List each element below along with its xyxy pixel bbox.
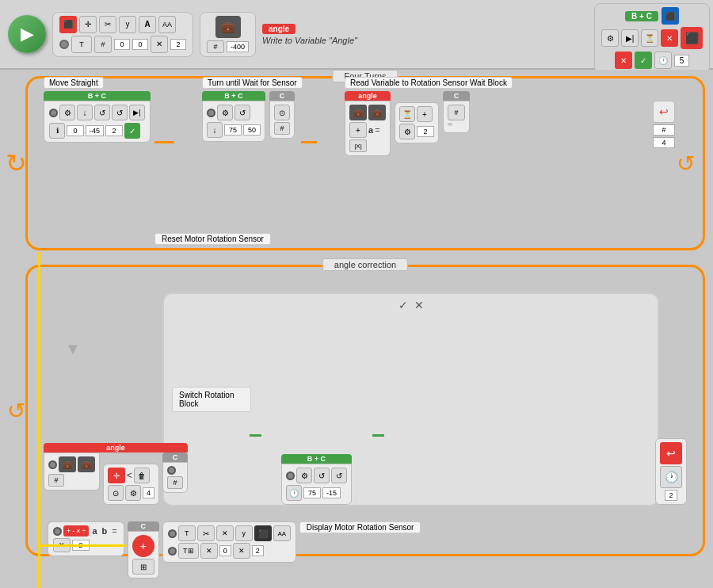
scissors-icon[interactable]: ✂ xyxy=(99,16,116,33)
right-hourglass-icon[interactable]: ⏳ xyxy=(641,29,658,47)
angle-write-group: angle Write to Variable "Angle" xyxy=(262,24,357,45)
plus-icon[interactable]: + xyxy=(349,122,367,138)
a-label-2: a xyxy=(92,526,97,536)
scroll-down-arrow[interactable]: ▼ xyxy=(65,340,81,358)
plus-icon-3[interactable]: + xyxy=(67,527,71,535)
right-wheel-icon[interactable]: ⚙ xyxy=(601,29,619,47)
play-button[interactable]: ▶ xyxy=(8,15,46,53)
right-return-icon[interactable]: ↩ xyxy=(653,101,675,123)
play-icon-2[interactable]: ▶| xyxy=(129,105,145,120)
right-hash-val: # xyxy=(653,124,675,136)
stop-icon[interactable]: ⬛ xyxy=(59,16,77,33)
angle-loop-arrow-left: ↺ xyxy=(7,398,25,424)
right-x-icon[interactable]: ✕ xyxy=(661,29,678,47)
grid-icon[interactable]: # xyxy=(94,36,112,53)
clock-icon-3[interactable]: 🕐 xyxy=(660,466,682,488)
rotate-icon-5[interactable]: ↺ xyxy=(331,468,347,483)
red-stop-btn[interactable]: ⬛ xyxy=(681,27,703,49)
move-straight-tooltip: Move Straight xyxy=(44,77,104,89)
suitcase-icon-4[interactable]: 💼 xyxy=(59,456,76,472)
hash-icon-4[interactable]: # xyxy=(48,474,64,487)
hourglass-icon[interactable]: ⏳ xyxy=(399,106,415,122)
corr-c-body: # xyxy=(162,462,188,493)
return-icon-2[interactable]: ↩ xyxy=(660,442,682,464)
main-canvas: Four Turns ↻ Move Straight B + C ⚙ ↓ ↺ ↺… xyxy=(0,70,713,588)
suitcase-icon-3[interactable]: 💼 xyxy=(368,105,386,120)
read-angle-header: angle xyxy=(345,91,391,101)
x-btn-5[interactable]: ✕ xyxy=(200,543,218,559)
check-icon-1[interactable]: ✓ xyxy=(124,123,140,139)
right-x-btn2[interactable]: ✕ xyxy=(615,52,632,69)
minus-icon[interactable]: - xyxy=(72,527,74,535)
rotation-icon[interactable]: ⊙ xyxy=(108,485,124,501)
hash-icon-3[interactable]: # xyxy=(448,105,465,120)
sensor-icon-1[interactable]: ⊙ xyxy=(274,105,290,120)
cursor-icon[interactable]: ✛ xyxy=(79,16,97,33)
switch-rotation-label: Switch Rotation Block xyxy=(172,387,251,412)
val-2c: 2 xyxy=(665,490,677,501)
turn-bc-header: B + C xyxy=(202,91,265,101)
switch-tick[interactable]: ✓ xyxy=(398,299,408,311)
value-0-left: 0 xyxy=(114,39,130,50)
scissors-icon-2[interactable]: ✂ xyxy=(197,525,215,541)
move-info-icon[interactable]: ℹ xyxy=(49,123,65,139)
right-play-icon[interactable]: ▶| xyxy=(621,29,639,47)
div-icon[interactable]: ÷ xyxy=(82,527,86,535)
text-icon-2[interactable]: T xyxy=(178,525,196,541)
grid-icon-2[interactable]: ⊞ xyxy=(132,559,154,575)
left-toolbar-block: ⬛ ✛ ✂ y A AA T # 0 0 ✕ 2 xyxy=(52,12,193,57)
switch-cross[interactable]: ✕ xyxy=(414,299,424,311)
text-icon[interactable]: A xyxy=(139,16,156,33)
aa-icon[interactable]: AA xyxy=(158,16,176,33)
x-btn-4[interactable]: ✕ xyxy=(216,525,234,541)
right-check-btn[interactable]: ✓ xyxy=(635,52,652,69)
hash-icon-5[interactable]: # xyxy=(167,476,183,489)
yellow-wire-bottom xyxy=(38,544,125,547)
plus-circle-icon-2[interactable]: + xyxy=(132,535,154,557)
x-btn-2[interactable]: ✕ xyxy=(151,36,168,53)
aa-icon-2[interactable]: AA xyxy=(273,525,291,541)
t-grid-icon[interactable]: T⊞ xyxy=(178,543,199,559)
t-block-icon[interactable]: T xyxy=(71,36,92,53)
suitcase-block: 💼 # -400 xyxy=(200,12,256,57)
suitcase-icon-5[interactable]: 💼 xyxy=(78,456,95,472)
gear-icon-4[interactable]: ⚙ xyxy=(125,485,141,501)
rotate-icon-4[interactable]: ↺ xyxy=(314,468,330,483)
abs-icon[interactable]: |X| xyxy=(349,139,367,152)
rotate-icon-1[interactable]: ↺ xyxy=(94,105,110,120)
corr-c-header: C xyxy=(162,452,188,462)
right-clock-icon[interactable]: 🕐 xyxy=(654,52,672,69)
x-btn-6[interactable]: ✕ xyxy=(233,543,250,559)
trash-icon[interactable]: 🗑 xyxy=(134,468,150,483)
suitcase-icon-2[interactable]: 💼 xyxy=(349,105,367,120)
y-btn[interactable]: y xyxy=(235,525,253,541)
gear-icon-1[interactable]: ⚙ xyxy=(59,105,75,120)
read-angle-body: 💼 💼 + a = |X| xyxy=(345,101,391,156)
hash-icon-left[interactable]: # xyxy=(207,40,224,53)
down-arrow-icon[interactable]: ↓ xyxy=(77,105,93,120)
play-icon: ▶ xyxy=(21,24,34,44)
x-icon[interactable]: y xyxy=(119,16,136,33)
write-variable-label: Write to Variable "Angle" xyxy=(262,36,357,45)
hash-icon-2[interactable]: # xyxy=(274,122,290,135)
rotate-icon-2[interactable]: ↺ xyxy=(112,105,128,120)
times-icon[interactable]: × xyxy=(76,527,80,535)
plus-circle-icon[interactable]: ✛ xyxy=(108,468,125,483)
conn-port-3 xyxy=(48,460,57,469)
val-neg45: -45 xyxy=(86,125,104,136)
blue-stop-btn[interactable]: ⬛ xyxy=(662,7,679,25)
down-icon-2[interactable]: ↓ xyxy=(207,122,223,138)
math-block-body: + - × ÷ a b = ✕ 2 xyxy=(48,521,124,556)
gear-icon-3[interactable]: ⚙ xyxy=(399,124,415,139)
black-square-icon[interactable]: ⬛ xyxy=(254,525,272,541)
a-letter: a xyxy=(368,125,373,135)
rotate-icon-3[interactable]: ↺ xyxy=(234,105,250,120)
clock-icon-2[interactable]: 🕐 xyxy=(286,485,302,501)
move-straight-block: Move Straight B + C ⚙ ↓ ↺ ↺ ▶| ℹ 0 xyxy=(44,91,151,143)
plus-icon-2[interactable]: + xyxy=(417,106,433,122)
conn-port-7 xyxy=(168,529,177,538)
val-75a: 75 xyxy=(224,124,242,136)
gear-icon-2[interactable]: ⚙ xyxy=(217,105,233,120)
gear-icon-5[interactable]: ⚙ xyxy=(296,468,312,483)
suitcase-icon[interactable]: 💼 xyxy=(215,16,241,38)
